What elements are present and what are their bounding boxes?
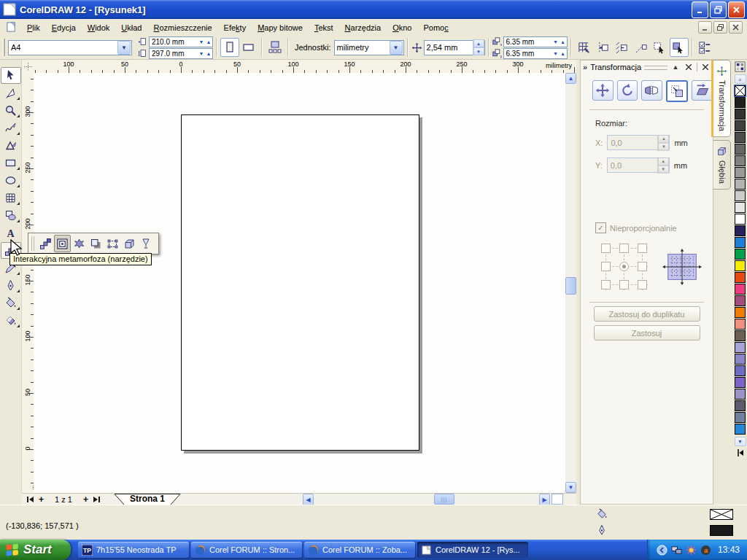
palette-options-icon[interactable] [735, 61, 746, 72]
anchor-top-left[interactable] [601, 244, 611, 253]
docker-tab-0[interactable]: Transformacja [711, 60, 731, 137]
color-swatch-11[interactable] [735, 225, 746, 236]
y-up-icon[interactable]: ▲ [658, 158, 669, 166]
snap-to-grid-button[interactable] [575, 38, 594, 57]
drawing-canvas[interactable] [34, 73, 565, 493]
interactive-transparency-tool-flyout-button[interactable] [138, 235, 155, 252]
menu-item-3[interactable]: Układ [115, 21, 147, 34]
apply-button[interactable]: Zastosuj [594, 325, 700, 341]
horizontal-scrollbar[interactable]: ◀ ||| ▶ [303, 494, 563, 505]
fill-tool-button[interactable] [1, 295, 21, 311]
restore-button[interactable] [710, 1, 727, 18]
decrease-width-icon[interactable]: ▼ [198, 37, 205, 47]
menu-item-6[interactable]: Mapy bitowe [252, 21, 309, 34]
document-navigator-button[interactable] [551, 494, 563, 505]
scroll-up-icon[interactable]: ▲ [565, 73, 576, 84]
toolbar-grip[interactable] [3, 39, 5, 56]
treat-as-filled-off-button[interactable] [651, 38, 670, 57]
docker-group-close-icon[interactable] [700, 62, 711, 72]
add-page-before-button[interactable]: + [36, 494, 47, 505]
start-button[interactable]: Start [0, 540, 71, 560]
color-swatch-16[interactable] [735, 284, 746, 295]
color-swatch-14[interactable] [735, 260, 746, 271]
color-swatch-22[interactable] [735, 354, 746, 365]
taskbar-task-0[interactable]: TP7h15'55 Neostrada TP [78, 542, 189, 558]
color-swatch-10[interactable] [735, 214, 746, 225]
outline-color-swatch[interactable] [710, 525, 733, 536]
menu-item-9[interactable]: Okno [387, 21, 417, 34]
color-swatch-0[interactable] [735, 97, 746, 108]
graph-paper-tool-button[interactable] [1, 190, 21, 206]
x-field[interactable]: 0,0 ▲▼ [607, 135, 670, 150]
anchor-bottom-left[interactable] [601, 280, 611, 289]
interactive-drop-shadow-tool-flyout-button[interactable] [88, 235, 104, 252]
y-field[interactable]: 0,0 ▲▼ [607, 158, 670, 173]
color-swatch-18[interactable] [735, 307, 746, 318]
anchor-top-center[interactable] [619, 244, 629, 253]
first-page-button[interactable] [25, 494, 36, 505]
child-minimize-button[interactable] [698, 21, 712, 34]
taskbar-task-1[interactable]: Corel FORUM :: Stron... [191, 542, 302, 558]
color-swatch-24[interactable] [735, 377, 746, 388]
all-pages-button[interactable] [266, 38, 285, 57]
scale-mirror-button[interactable] [641, 80, 662, 101]
color-swatch-23[interactable] [735, 365, 746, 376]
scroll-down-icon[interactable]: ▼ [565, 482, 576, 493]
horizontal-scroll-thumb[interactable]: ||| [434, 494, 454, 505]
rotation-button[interactable] [617, 80, 638, 101]
color-swatch-6[interactable] [735, 167, 746, 178]
color-swatch-25[interactable] [735, 389, 746, 400]
vertical-scrollbar[interactable]: ▲ ▼ [565, 73, 576, 493]
child-restore-button[interactable] [713, 21, 727, 34]
docker-close-icon[interactable] [684, 62, 694, 72]
palette-scroll-down-icon[interactable]: ▼ [735, 437, 746, 446]
paper-type-combo[interactable]: A4 ▼ [8, 40, 132, 55]
updater-icon[interactable]: a [700, 545, 711, 556]
nonproportional-checkbox[interactable]: ✓ Nieproporcjonalnie [581, 215, 713, 239]
apply-to-duplicate-button[interactable]: Zastosuj do duplikatu [594, 306, 700, 322]
menu-item-4[interactable]: Rozmieszczenie [147, 21, 217, 34]
outline-tool-button[interactable] [1, 277, 21, 294]
color-swatch-27[interactable] [735, 412, 746, 423]
snap-to-guidelines-button[interactable] [594, 38, 613, 57]
color-swatch-26[interactable] [735, 400, 746, 411]
menu-item-0[interactable]: Plik [21, 21, 46, 34]
landscape-button[interactable] [239, 38, 258, 57]
chevron-down-icon[interactable]: ▼ [117, 41, 131, 55]
x-down-icon[interactable]: ▼ [658, 143, 669, 151]
interactive-distortion-tool-flyout-button[interactable] [71, 235, 88, 252]
smart-drawing-tool-button[interactable] [1, 137, 21, 154]
taskbar-task-2[interactable]: Corel FORUM :: Zoba... [304, 542, 415, 558]
flyout-grip[interactable] [31, 236, 34, 251]
treat-as-filled-on-button[interactable] [670, 38, 689, 57]
zoom-tool-button[interactable] [1, 102, 21, 119]
decrease-height-icon[interactable]: ▼ [198, 49, 205, 58]
color-swatch-20[interactable] [735, 330, 746, 341]
color-swatch-28[interactable] [735, 424, 746, 435]
horizontal-ruler[interactable]: milimetry 10050050100150200250300 [34, 60, 576, 74]
color-swatch-12[interactable] [735, 237, 746, 248]
palette-expand-icon[interactable] [737, 449, 744, 456]
paper-width-field[interactable]: 210.0 mm▼▲ [149, 36, 213, 47]
docker-collapse-icon[interactable]: » [583, 63, 587, 71]
dup-y-down-icon[interactable]: ▼ [552, 49, 560, 58]
interactive-contour-tool-flyout-button[interactable] [54, 235, 71, 252]
docker-tab-1[interactable]: Głębia [713, 140, 731, 190]
paper-height-field[interactable]: 297.0 mm▼▲ [149, 48, 213, 59]
color-swatch-17[interactable] [735, 295, 746, 306]
ruler-origin[interactable] [22, 60, 34, 74]
skew-button[interactable] [692, 80, 713, 101]
ellipse-tool-button[interactable] [1, 172, 21, 189]
nudge-down-icon[interactable]: ▼ [473, 47, 484, 55]
minimize-button[interactable] [692, 1, 708, 18]
units-combo[interactable]: milimetry ▼ [334, 40, 404, 55]
interactive-extrude-tool-flyout-button[interactable] [121, 235, 138, 252]
duplicate-y-field[interactable]: 6.35 mm▼▲ [503, 48, 568, 59]
basic-shapes-tool-button[interactable] [1, 207, 21, 224]
color-swatch-19[interactable] [735, 319, 746, 330]
vertical-scroll-thumb[interactable] [565, 277, 576, 295]
color-swatch-13[interactable] [735, 249, 746, 260]
close-button[interactable] [728, 1, 745, 18]
pick-tool-button[interactable] [1, 67, 21, 84]
no-color-swatch[interactable] [735, 85, 746, 96]
